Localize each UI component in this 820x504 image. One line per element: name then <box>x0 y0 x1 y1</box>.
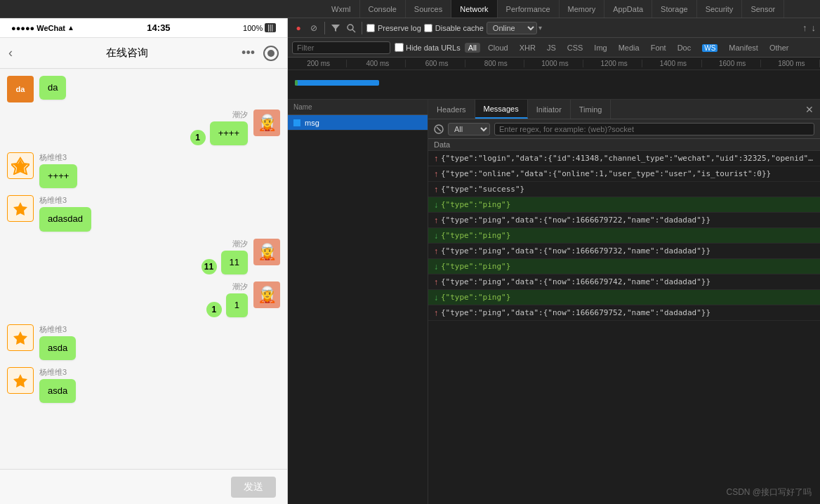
message-row-2[interactable]: ↑ {"type":"online","data":{"online":1,"u… <box>428 166 820 182</box>
send-button[interactable]: 发送 <box>231 477 276 498</box>
arrow-down-icon-6: ↓ <box>434 231 438 241</box>
network-select-wrap: Online Fast 3G Slow 3G Offline ▾ <box>487 22 542 34</box>
search-icon[interactable] <box>345 22 357 34</box>
disable-cache-label: Disable cache <box>435 24 484 32</box>
tab-sensor[interactable]: Sensor <box>742 0 784 18</box>
message-row-10[interactable]: ↓ {"type":"ping"} <box>428 290 820 305</box>
filter-doc-button[interactable]: Doc <box>674 43 695 53</box>
tab-appdata[interactable]: AppData <box>604 0 652 18</box>
bubble-2: ++++ <box>210 121 248 145</box>
msg-body-4: 杨维维3 adasdad <box>39 195 91 231</box>
arrow-up-icon-9: ↑ <box>434 277 438 287</box>
tab-performance[interactable]: Performance <box>498 0 560 18</box>
tab-memory[interactable]: Memory <box>560 0 605 18</box>
name-col-header: Name <box>293 103 312 111</box>
avatar-chaoxi-3: 🧝 <box>253 281 280 308</box>
avatar-yangweiwi-2 <box>7 195 34 222</box>
avatar-da: da <box>7 76 34 102</box>
request-detail: Headers Messages Initiator Timing ✕ All … <box>428 100 820 504</box>
disable-cache-checkbox[interactable] <box>424 24 432 32</box>
detail-tab-messages[interactable]: Messages <box>475 100 528 119</box>
filter-manifest-button[interactable]: Manifest <box>725 43 762 53</box>
phone-time: 14:35 <box>147 22 170 33</box>
chat-area: da da 🧝 潮汐 ++++ <box>0 69 287 469</box>
record-button[interactable] <box>263 46 279 61</box>
import-har-icon[interactable]: ↑ <box>802 22 807 33</box>
tab-sources[interactable]: Sources <box>406 0 451 18</box>
tick-1: 200 ms <box>288 60 347 67</box>
network-throttle-select[interactable]: Online Fast 3G Slow 3G Offline <box>487 22 537 34</box>
filter-input[interactable] <box>292 41 390 54</box>
more-options-icon[interactable]: ••• <box>242 46 255 60</box>
message-row-8[interactable]: ↓ {"type":"ping"} <box>428 259 820 274</box>
phone-status-bar: ●●●●● WeChat ▲ 14:35 100% ||| <box>0 18 287 38</box>
filter-img-button[interactable]: Img <box>590 43 610 53</box>
filter-xhr-button[interactable]: XHR <box>516 43 539 53</box>
bubble-5: 11 <box>221 251 248 274</box>
phone-header: ‹ 在线咨询 ••• <box>0 38 287 69</box>
tab-network[interactable]: Network <box>451 0 497 18</box>
message-row-4[interactable]: ↓ {"type":"ping"} <box>428 197 820 213</box>
ws-badge: WS <box>702 44 718 52</box>
svg-line-6 <box>352 29 355 32</box>
record-toggle[interactable]: ● <box>292 22 305 34</box>
toolbar-separator-2 <box>362 22 362 34</box>
message-row-6[interactable]: ↓ {"type":"ping"} <box>428 228 820 244</box>
arrow-up-icon-7: ↑ <box>434 246 438 256</box>
filter-cloud-button[interactable]: Cloud <box>484 43 512 53</box>
message-row-7[interactable]: ↑ {"type":"ping","data":{"now":166667973… <box>428 244 820 259</box>
svg-marker-2 <box>13 202 27 215</box>
filter-js-button[interactable]: JS <box>543 43 560 53</box>
back-button[interactable]: ‹ <box>8 46 13 60</box>
tab-security[interactable]: Security <box>697 0 743 18</box>
disable-cache-checkbox-label[interactable]: Disable cache <box>424 24 484 32</box>
message-regex-input[interactable] <box>494 123 814 135</box>
preserve-log-checkbox[interactable] <box>366 24 375 32</box>
hide-data-urls-label[interactable]: Hide data URLs <box>395 43 461 52</box>
messages-data-header: Data <box>428 139 820 151</box>
arrow-down-icon-4: ↓ <box>434 200 438 210</box>
avatar-yangweiwi-3 <box>7 324 34 351</box>
tab-storage[interactable]: Storage <box>652 0 697 18</box>
message-type-filter[interactable]: All Send Receive <box>448 123 490 135</box>
tick-7: 1400 ms <box>642 60 701 67</box>
msg-body-6: 潮汐 1 <box>226 281 248 317</box>
preserve-log-label: Preserve log <box>378 24 421 32</box>
clear-messages-icon[interactable] <box>434 124 444 134</box>
message-row-11[interactable]: ↑ {"type":"ping","data":{"now":166667975… <box>428 305 820 321</box>
export-har-icon[interactable]: ↓ <box>812 22 816 33</box>
clear-button[interactable]: ⊘ <box>308 22 320 34</box>
battery-icon: ||| <box>265 23 276 32</box>
message-row-3[interactable]: ↑ {"type":"success"} <box>428 182 820 197</box>
tick-6: 1200 ms <box>583 60 642 67</box>
message-row-9[interactable]: ↑ {"type":"ping","data":{"now":166667974… <box>428 274 820 290</box>
filter-media-button[interactable]: Media <box>615 43 643 53</box>
waterfall-bars <box>288 70 820 98</box>
filter-icon[interactable] <box>329 22 342 34</box>
filter-all-button[interactable]: All <box>465 43 480 53</box>
msg-body-7: 杨维维3 asda <box>39 324 76 360</box>
message-row-1[interactable]: ↑ {"type":"login","data":{"id":41348,"ch… <box>428 151 820 166</box>
filter-ws-button[interactable]: WS <box>699 43 721 53</box>
tab-wxml[interactable]: Wxml <box>323 0 360 18</box>
avatar-yangweiwi-4 <box>7 367 34 394</box>
toolbar-separator-1 <box>324 22 325 34</box>
tick-9: 1800 ms <box>761 60 820 67</box>
detail-tab-headers[interactable]: Headers <box>428 100 475 119</box>
chat-message-4: 杨维维3 adasdad <box>7 195 280 231</box>
arrow-up-icon-5: ↑ <box>434 215 438 225</box>
msg-content-3: {"type":"success"} <box>441 185 814 194</box>
message-row-5[interactable]: ↑ {"type":"ping","data":{"now":166667972… <box>428 213 820 228</box>
detail-tab-initiator[interactable]: Initiator <box>528 100 571 119</box>
detail-tab-timing[interactable]: Timing <box>571 100 611 119</box>
hide-data-urls-checkbox[interactable] <box>395 43 404 52</box>
preserve-log-checkbox-label[interactable]: Preserve log <box>366 24 421 32</box>
bubble-8: asda <box>39 379 76 403</box>
request-item-msg[interactable]: msg <box>288 115 428 131</box>
tab-console[interactable]: Console <box>360 0 406 18</box>
close-detail-button[interactable]: ✕ <box>803 103 816 116</box>
wifi-icon: ▲ <box>67 24 74 32</box>
filter-other-button[interactable]: Other <box>766 43 793 53</box>
filter-font-button[interactable]: Font <box>647 43 670 53</box>
filter-css-button[interactable]: CSS <box>564 43 587 53</box>
